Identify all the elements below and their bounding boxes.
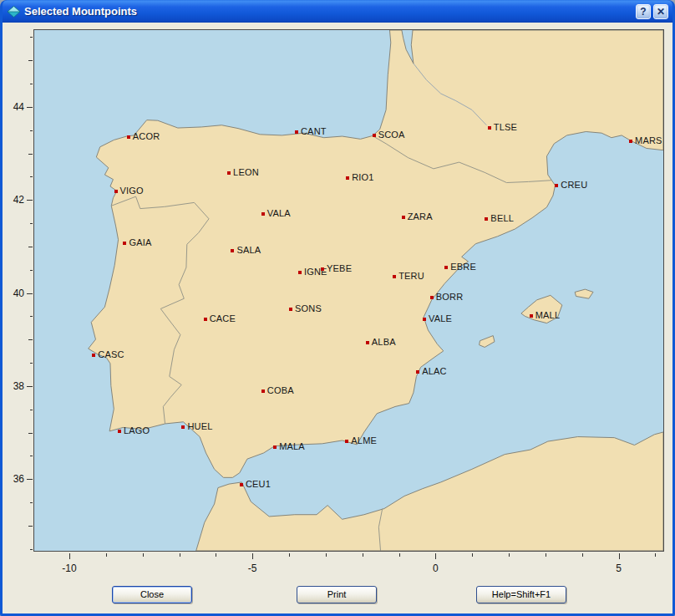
station-label-SALA: SALA (236, 245, 261, 255)
station-marker-SALA (231, 249, 234, 252)
station-label-ALME: ALME (351, 435, 377, 445)
x-axis-label-0: 0 (433, 563, 439, 574)
station-marker-MALA (273, 445, 277, 449)
station-marker-CACE (204, 318, 207, 321)
y-tick-41 (28, 247, 33, 247)
help-button[interactable]: Help=Shift+F1 (476, 586, 566, 603)
mountpoints-window: Selected Mountpoints ? ✕ ACORVIGOCANTSCO… (0, 0, 675, 616)
station-marker-MARS (629, 140, 632, 143)
y-tick-44.5 (30, 84, 33, 84)
y-tick-35.5 (30, 502, 33, 503)
station-label-CREU: CREU (561, 180, 587, 190)
station-marker-EBRE (444, 266, 448, 269)
station-marker-CEU1 (240, 483, 243, 486)
print-button[interactable]: Print (297, 586, 377, 603)
station-marker-TLSE (488, 126, 491, 130)
y-tick-36 (27, 479, 33, 480)
station-label-VALE: VALE (429, 314, 452, 324)
x-tick--1 (399, 553, 400, 557)
y-axis-label-40: 40 (3, 288, 24, 299)
x-tick--7 (180, 553, 180, 557)
station-label-CACE: CACE (210, 314, 236, 324)
map-plot-area: ACORVIGOCANTSCOATLSEMARSLEONRIO1CREUVALA… (33, 29, 664, 552)
y-tick-35 (28, 526, 33, 527)
station-label-BORR: BORR (436, 292, 464, 302)
station-label-VALA: VALA (267, 209, 291, 219)
station-label-MARS: MARS (635, 135, 662, 145)
island-2 (575, 289, 593, 298)
x-tick--8 (143, 553, 144, 557)
station-marker-RIO1 (346, 176, 349, 180)
landmass-iberia-france (89, 30, 663, 477)
station-label-GAIA: GAIA (129, 238, 151, 248)
station-label-MALA: MALA (279, 441, 305, 451)
station-marker-COBA (261, 389, 265, 393)
station-label-CANT: CANT (301, 126, 327, 136)
y-tick-36.5 (30, 456, 33, 456)
y-tick-40 (27, 293, 33, 294)
station-marker-GAIA (123, 242, 126, 245)
station-marker-TERU (393, 275, 396, 278)
station-marker-SCOA (373, 134, 376, 137)
x-tick--10 (69, 553, 70, 559)
station-label-VIGO: VIGO (120, 186, 144, 196)
station-marker-VIGO (114, 190, 118, 193)
station-marker-LAGO (118, 430, 121, 433)
station-marker-MALL (530, 314, 533, 318)
station-marker-LEON (227, 171, 231, 175)
x-tick-5 (619, 553, 620, 559)
station-label-LAGO: LAGO (124, 425, 150, 435)
y-tick-38.5 (30, 363, 33, 364)
station-label-CEU1: CEU1 (246, 479, 271, 489)
y-tick-42 (27, 200, 33, 201)
y-tick-43 (28, 154, 33, 155)
station-marker-HUEL (181, 425, 185, 429)
y-tick-39 (28, 339, 33, 340)
close-button[interactable]: Close (112, 586, 192, 603)
dialog-client-area: ACORVIGOCANTSCOATLSEMARSLEONRIO1CREUVALA… (3, 23, 672, 613)
help-titlebar-button[interactable]: ? (636, 4, 651, 19)
y-tick-40.5 (30, 270, 33, 271)
x-tick-6 (655, 553, 656, 557)
station-label-HUEL: HUEL (187, 422, 212, 432)
y-tick-39.5 (30, 316, 33, 317)
station-label-COBA: COBA (267, 386, 294, 396)
x-tick-1 (472, 553, 473, 557)
station-marker-ALBA (366, 341, 369, 344)
station-marker-CASC (92, 354, 95, 357)
x-axis-label--10: -10 (62, 563, 76, 574)
station-label-ACOR: ACOR (133, 131, 160, 141)
window-title: Selected Mountpoints (24, 5, 633, 18)
iberia-map (34, 30, 663, 551)
station-marker-IGNE (298, 271, 302, 274)
y-tick-43.5 (30, 130, 33, 131)
island-1 (480, 336, 495, 348)
station-marker-ALME (345, 440, 348, 443)
title-bar[interactable]: Selected Mountpoints ? ✕ (3, 0, 672, 23)
close-titlebar-button[interactable]: ✕ (653, 4, 668, 19)
y-tick-44 (27, 107, 33, 108)
x-tick--2 (363, 553, 363, 557)
station-label-ZARA: ZARA (408, 212, 433, 222)
y-axis-label-42: 42 (3, 194, 24, 206)
station-marker-ALAC (416, 370, 419, 374)
x-tick--9 (106, 553, 107, 557)
station-label-CASC: CASC (98, 350, 124, 360)
station-label-LEON: LEON (233, 167, 259, 177)
station-marker-YEBE (321, 267, 324, 271)
x-tick--4 (289, 553, 290, 557)
x-tick-3 (546, 553, 546, 557)
station-label-BELL: BELL (490, 213, 514, 223)
x-tick--3 (326, 553, 327, 557)
station-marker-CREU (555, 184, 558, 187)
x-tick-0 (435, 553, 436, 559)
y-tick-37 (28, 433, 33, 434)
x-tick-4 (582, 553, 583, 557)
station-marker-CANT (295, 130, 298, 134)
station-marker-ZARA (402, 216, 405, 219)
station-label-YEBE: YEBE (327, 263, 352, 273)
station-label-SCOA: SCOA (378, 130, 405, 140)
app-diamond-icon (8, 6, 20, 18)
station-marker-BELL (485, 217, 488, 221)
x-tick--6 (216, 553, 216, 557)
